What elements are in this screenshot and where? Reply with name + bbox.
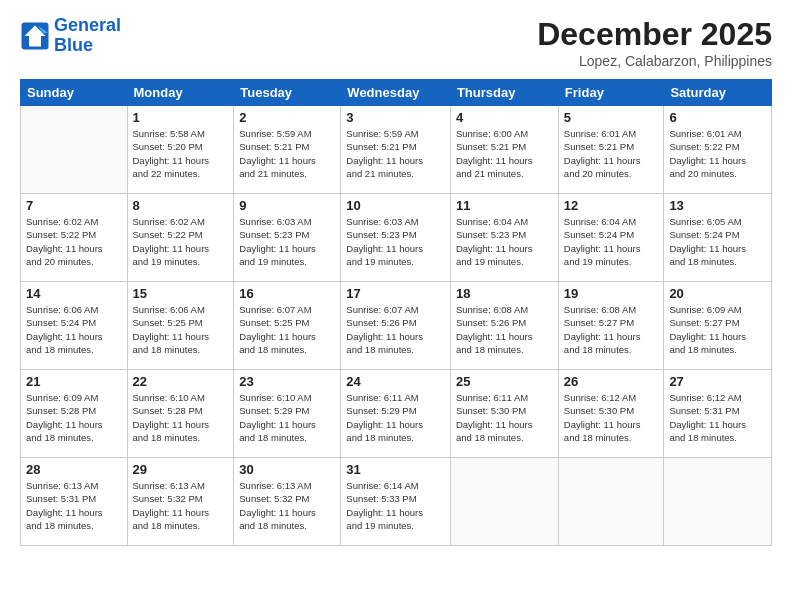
day-number: 25 bbox=[456, 374, 553, 389]
calendar-cell: 11Sunrise: 6:04 AMSunset: 5:23 PMDayligh… bbox=[450, 194, 558, 282]
day-number: 15 bbox=[133, 286, 229, 301]
calendar-cell: 18Sunrise: 6:08 AMSunset: 5:26 PMDayligh… bbox=[450, 282, 558, 370]
day-info: Sunrise: 6:02 AMSunset: 5:22 PMDaylight:… bbox=[26, 215, 122, 268]
logo-general: General bbox=[54, 15, 121, 35]
day-info: Sunrise: 6:11 AMSunset: 5:29 PMDaylight:… bbox=[346, 391, 445, 444]
logo-blue: Blue bbox=[54, 35, 93, 55]
logo-icon bbox=[20, 21, 50, 51]
calendar-cell: 8Sunrise: 6:02 AMSunset: 5:22 PMDaylight… bbox=[127, 194, 234, 282]
day-info: Sunrise: 6:13 AMSunset: 5:32 PMDaylight:… bbox=[133, 479, 229, 532]
day-info: Sunrise: 6:08 AMSunset: 5:27 PMDaylight:… bbox=[564, 303, 659, 356]
day-info: Sunrise: 5:58 AMSunset: 5:20 PMDaylight:… bbox=[133, 127, 229, 180]
day-number: 22 bbox=[133, 374, 229, 389]
calendar-cell bbox=[21, 106, 128, 194]
col-sunday: Sunday bbox=[21, 80, 128, 106]
day-number: 9 bbox=[239, 198, 335, 213]
day-number: 27 bbox=[669, 374, 766, 389]
day-info: Sunrise: 6:10 AMSunset: 5:29 PMDaylight:… bbox=[239, 391, 335, 444]
day-info: Sunrise: 6:10 AMSunset: 5:28 PMDaylight:… bbox=[133, 391, 229, 444]
page: General Blue December 2025 Lopez, Calaba… bbox=[0, 0, 792, 612]
col-wednesday: Wednesday bbox=[341, 80, 451, 106]
day-number: 14 bbox=[26, 286, 122, 301]
calendar-week-row: 28Sunrise: 6:13 AMSunset: 5:31 PMDayligh… bbox=[21, 458, 772, 546]
calendar-cell: 10Sunrise: 6:03 AMSunset: 5:23 PMDayligh… bbox=[341, 194, 451, 282]
calendar-cell: 6Sunrise: 6:01 AMSunset: 5:22 PMDaylight… bbox=[664, 106, 772, 194]
day-info: Sunrise: 6:08 AMSunset: 5:26 PMDaylight:… bbox=[456, 303, 553, 356]
calendar-cell: 3Sunrise: 5:59 AMSunset: 5:21 PMDaylight… bbox=[341, 106, 451, 194]
day-info: Sunrise: 6:07 AMSunset: 5:25 PMDaylight:… bbox=[239, 303, 335, 356]
day-number: 17 bbox=[346, 286, 445, 301]
day-number: 8 bbox=[133, 198, 229, 213]
day-number: 19 bbox=[564, 286, 659, 301]
calendar-cell: 22Sunrise: 6:10 AMSunset: 5:28 PMDayligh… bbox=[127, 370, 234, 458]
calendar-cell: 27Sunrise: 6:12 AMSunset: 5:31 PMDayligh… bbox=[664, 370, 772, 458]
day-number: 7 bbox=[26, 198, 122, 213]
day-info: Sunrise: 6:01 AMSunset: 5:22 PMDaylight:… bbox=[669, 127, 766, 180]
day-number: 1 bbox=[133, 110, 229, 125]
day-info: Sunrise: 6:02 AMSunset: 5:22 PMDaylight:… bbox=[133, 215, 229, 268]
day-info: Sunrise: 6:14 AMSunset: 5:33 PMDaylight:… bbox=[346, 479, 445, 532]
calendar-cell: 23Sunrise: 6:10 AMSunset: 5:29 PMDayligh… bbox=[234, 370, 341, 458]
col-thursday: Thursday bbox=[450, 80, 558, 106]
calendar-cell: 12Sunrise: 6:04 AMSunset: 5:24 PMDayligh… bbox=[558, 194, 664, 282]
day-number: 12 bbox=[564, 198, 659, 213]
calendar-cell: 28Sunrise: 6:13 AMSunset: 5:31 PMDayligh… bbox=[21, 458, 128, 546]
day-info: Sunrise: 6:01 AMSunset: 5:21 PMDaylight:… bbox=[564, 127, 659, 180]
calendar-cell: 29Sunrise: 6:13 AMSunset: 5:32 PMDayligh… bbox=[127, 458, 234, 546]
col-tuesday: Tuesday bbox=[234, 80, 341, 106]
calendar-cell: 30Sunrise: 6:13 AMSunset: 5:32 PMDayligh… bbox=[234, 458, 341, 546]
day-number: 31 bbox=[346, 462, 445, 477]
calendar-header-row: Sunday Monday Tuesday Wednesday Thursday… bbox=[21, 80, 772, 106]
day-info: Sunrise: 6:12 AMSunset: 5:31 PMDaylight:… bbox=[669, 391, 766, 444]
day-info: Sunrise: 6:04 AMSunset: 5:24 PMDaylight:… bbox=[564, 215, 659, 268]
calendar-cell: 31Sunrise: 6:14 AMSunset: 5:33 PMDayligh… bbox=[341, 458, 451, 546]
logo: General Blue bbox=[20, 16, 121, 56]
calendar-cell: 20Sunrise: 6:09 AMSunset: 5:27 PMDayligh… bbox=[664, 282, 772, 370]
day-number: 24 bbox=[346, 374, 445, 389]
day-info: Sunrise: 6:12 AMSunset: 5:30 PMDaylight:… bbox=[564, 391, 659, 444]
day-number: 28 bbox=[26, 462, 122, 477]
day-info: Sunrise: 6:05 AMSunset: 5:24 PMDaylight:… bbox=[669, 215, 766, 268]
title-block: December 2025 Lopez, Calabarzon, Philipp… bbox=[537, 16, 772, 69]
day-info: Sunrise: 6:06 AMSunset: 5:25 PMDaylight:… bbox=[133, 303, 229, 356]
calendar-cell: 21Sunrise: 6:09 AMSunset: 5:28 PMDayligh… bbox=[21, 370, 128, 458]
day-number: 23 bbox=[239, 374, 335, 389]
day-info: Sunrise: 6:09 AMSunset: 5:28 PMDaylight:… bbox=[26, 391, 122, 444]
calendar-cell: 25Sunrise: 6:11 AMSunset: 5:30 PMDayligh… bbox=[450, 370, 558, 458]
calendar-cell bbox=[558, 458, 664, 546]
calendar-cell: 26Sunrise: 6:12 AMSunset: 5:30 PMDayligh… bbox=[558, 370, 664, 458]
day-number: 2 bbox=[239, 110, 335, 125]
day-info: Sunrise: 6:07 AMSunset: 5:26 PMDaylight:… bbox=[346, 303, 445, 356]
calendar-cell: 19Sunrise: 6:08 AMSunset: 5:27 PMDayligh… bbox=[558, 282, 664, 370]
calendar-cell bbox=[450, 458, 558, 546]
logo-text: General Blue bbox=[54, 16, 121, 56]
day-number: 20 bbox=[669, 286, 766, 301]
day-info: Sunrise: 6:04 AMSunset: 5:23 PMDaylight:… bbox=[456, 215, 553, 268]
calendar-cell: 17Sunrise: 6:07 AMSunset: 5:26 PMDayligh… bbox=[341, 282, 451, 370]
calendar-cell: 7Sunrise: 6:02 AMSunset: 5:22 PMDaylight… bbox=[21, 194, 128, 282]
calendar-cell: 13Sunrise: 6:05 AMSunset: 5:24 PMDayligh… bbox=[664, 194, 772, 282]
day-number: 26 bbox=[564, 374, 659, 389]
day-number: 16 bbox=[239, 286, 335, 301]
calendar-week-row: 7Sunrise: 6:02 AMSunset: 5:22 PMDaylight… bbox=[21, 194, 772, 282]
calendar-week-row: 1Sunrise: 5:58 AMSunset: 5:20 PMDaylight… bbox=[21, 106, 772, 194]
day-info: Sunrise: 6:13 AMSunset: 5:31 PMDaylight:… bbox=[26, 479, 122, 532]
day-info: Sunrise: 5:59 AMSunset: 5:21 PMDaylight:… bbox=[346, 127, 445, 180]
day-number: 10 bbox=[346, 198, 445, 213]
col-saturday: Saturday bbox=[664, 80, 772, 106]
calendar-cell: 16Sunrise: 6:07 AMSunset: 5:25 PMDayligh… bbox=[234, 282, 341, 370]
calendar-week-row: 14Sunrise: 6:06 AMSunset: 5:24 PMDayligh… bbox=[21, 282, 772, 370]
day-info: Sunrise: 6:00 AMSunset: 5:21 PMDaylight:… bbox=[456, 127, 553, 180]
day-number: 18 bbox=[456, 286, 553, 301]
calendar-cell: 2Sunrise: 5:59 AMSunset: 5:21 PMDaylight… bbox=[234, 106, 341, 194]
day-number: 5 bbox=[564, 110, 659, 125]
day-number: 11 bbox=[456, 198, 553, 213]
header: General Blue December 2025 Lopez, Calaba… bbox=[20, 16, 772, 69]
day-info: Sunrise: 6:03 AMSunset: 5:23 PMDaylight:… bbox=[239, 215, 335, 268]
month-title: December 2025 bbox=[537, 16, 772, 53]
day-number: 13 bbox=[669, 198, 766, 213]
day-info: Sunrise: 6:03 AMSunset: 5:23 PMDaylight:… bbox=[346, 215, 445, 268]
col-monday: Monday bbox=[127, 80, 234, 106]
calendar-table: Sunday Monday Tuesday Wednesday Thursday… bbox=[20, 79, 772, 546]
location: Lopez, Calabarzon, Philippines bbox=[537, 53, 772, 69]
